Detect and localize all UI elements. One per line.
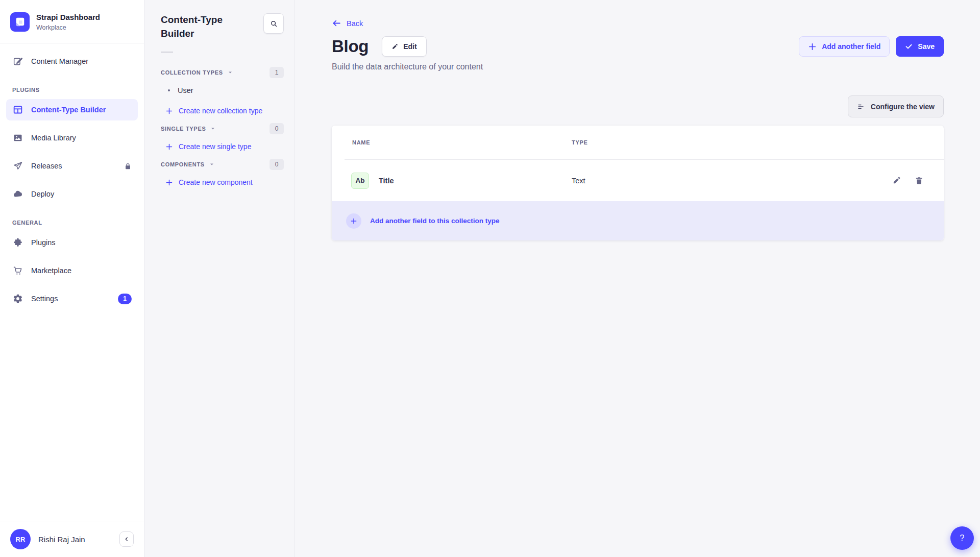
section-single-types: SINGLE TYPES 0 bbox=[161, 121, 284, 136]
sidebar-item-media-library[interactable]: Media Library bbox=[6, 127, 138, 149]
sidebar-item-label: Releases bbox=[31, 162, 62, 170]
help-button[interactable]: ? bbox=[950, 526, 974, 550]
feather-pen-icon bbox=[12, 56, 23, 67]
app-title: Strapi Dashboard bbox=[36, 13, 100, 22]
column-header-type: TYPE bbox=[572, 139, 923, 146]
plus-icon bbox=[808, 42, 817, 51]
sidebar-item-label: Marketplace bbox=[31, 267, 71, 275]
plus-circle-icon bbox=[346, 213, 361, 229]
plus-icon bbox=[165, 107, 173, 115]
workspace-name: Workplace bbox=[36, 24, 100, 31]
pencil-icon bbox=[391, 43, 398, 50]
sidebar-item-content-type-builder[interactable]: Content-Type Builder bbox=[6, 99, 138, 120]
section-label: COMPONENTS bbox=[161, 161, 205, 167]
main-content: Back Blog Edit Add another field bbox=[295, 0, 980, 557]
main-sidebar: Strapi Dashboard Workplace Content Manag… bbox=[0, 0, 144, 557]
edit-button[interactable]: Edit bbox=[382, 36, 426, 57]
section-label: SINGLE TYPES bbox=[161, 126, 206, 132]
workspace-brand[interactable]: Strapi Dashboard Workplace bbox=[0, 0, 144, 43]
add-field-to-collection-row[interactable]: Add another field to this collection typ… bbox=[332, 201, 944, 240]
collapse-sidebar-button[interactable] bbox=[119, 531, 134, 547]
strapi-logo-icon bbox=[10, 12, 30, 32]
sidebar-item-label: Media Library bbox=[31, 134, 76, 142]
add-another-field-button[interactable]: Add another field bbox=[799, 36, 890, 57]
section-label: COLLECTION TYPES bbox=[161, 69, 223, 76]
add-field-to-collection-label: Add another field to this collection typ… bbox=[370, 217, 500, 225]
create-new-component-link[interactable]: Create new component bbox=[161, 172, 284, 192]
paper-plane-icon bbox=[12, 160, 23, 172]
subnav-header: Content-Type Builder bbox=[161, 13, 284, 40]
field-type-cell: Text bbox=[572, 177, 892, 185]
pencil-icon bbox=[892, 176, 901, 185]
page-subtitle: Build the data architecture of your cont… bbox=[332, 62, 944, 71]
sidebar-nav: Content Manager PLUGINS Content-Type Bui… bbox=[0, 43, 144, 316]
configure-the-view-button[interactable]: Configure the view bbox=[848, 95, 944, 117]
trash-icon bbox=[915, 176, 923, 185]
row-actions bbox=[892, 176, 923, 185]
avatar[interactable]: RR bbox=[10, 529, 31, 549]
sidebar-item-label: Settings bbox=[31, 295, 58, 303]
table-header-row: NAME TYPE bbox=[332, 126, 944, 159]
page-header-row: Blog Edit Add another field Save bbox=[332, 36, 944, 57]
subnav-title: Content-Type Builder bbox=[161, 13, 242, 40]
text-field-type-icon: Ab bbox=[351, 173, 369, 189]
column-header-name: NAME bbox=[352, 139, 572, 146]
workspace-brand-text: Strapi Dashboard Workplace bbox=[36, 13, 100, 31]
cloud-icon bbox=[12, 188, 23, 200]
settings-notification-badge: 1 bbox=[118, 294, 132, 304]
gear-icon bbox=[12, 293, 23, 304]
edit-field-button[interactable] bbox=[892, 176, 901, 185]
collection-type-label: User bbox=[178, 86, 193, 94]
sidebar-item-label: Plugins bbox=[31, 238, 56, 247]
sidebar-item-content-manager[interactable]: Content Manager bbox=[6, 51, 138, 72]
sidebar-item-label: Deploy bbox=[31, 190, 54, 198]
section-components: COMPONENTS 0 bbox=[161, 157, 284, 172]
sidebar-item-releases[interactable]: Releases bbox=[6, 155, 138, 177]
arrow-left-icon bbox=[332, 18, 341, 28]
sidebar-user-footer: RR Rishi Raj Jain bbox=[0, 521, 144, 557]
chevron-down-icon[interactable] bbox=[210, 126, 215, 131]
create-link-label: Create new single type bbox=[179, 142, 251, 151]
layout-grid-icon bbox=[12, 104, 23, 115]
layout-bars-icon bbox=[857, 103, 865, 110]
sidebar-item-plugins[interactable]: Plugins bbox=[6, 232, 138, 253]
field-name: Title bbox=[379, 177, 394, 185]
content-type-builder-subnav: Content-Type Builder COLLECTION TYPES 1 … bbox=[144, 0, 295, 557]
sidebar-item-settings[interactable]: Settings 1 bbox=[6, 288, 138, 309]
sidebar-item-marketplace[interactable]: Marketplace bbox=[6, 260, 138, 281]
fields-table-card: NAME TYPE Ab Title Text bbox=[332, 126, 944, 240]
sidebar-item-deploy[interactable]: Deploy bbox=[6, 183, 138, 205]
collection-type-item-user[interactable]: User bbox=[161, 80, 284, 101]
back-label: Back bbox=[347, 19, 363, 28]
chevron-down-icon[interactable] bbox=[228, 70, 233, 75]
create-new-single-type-link[interactable]: Create new single type bbox=[161, 136, 284, 157]
table-row: Ab Title Text bbox=[332, 160, 944, 201]
puzzle-icon bbox=[12, 237, 23, 248]
search-icon bbox=[270, 20, 278, 28]
save-button-label: Save bbox=[918, 42, 935, 51]
back-link[interactable]: Back bbox=[332, 18, 363, 28]
section-count-badge: 0 bbox=[270, 159, 284, 170]
lock-icon bbox=[124, 162, 132, 170]
chevron-left-icon bbox=[124, 536, 130, 542]
section-count-badge: 0 bbox=[270, 123, 284, 134]
section-count-badge: 1 bbox=[270, 67, 284, 78]
user-name: Rishi Raj Jain bbox=[38, 535, 85, 544]
edit-button-label: Edit bbox=[403, 42, 416, 51]
image-icon bbox=[12, 132, 23, 143]
check-icon bbox=[905, 43, 913, 51]
create-new-collection-type-link[interactable]: Create new collection type bbox=[161, 101, 284, 121]
chevron-down-icon[interactable] bbox=[209, 162, 214, 167]
sidebar-item-label: Content-Type Builder bbox=[31, 106, 106, 114]
save-button[interactable]: Save bbox=[896, 36, 944, 57]
field-name-cell: Ab Title bbox=[351, 173, 572, 189]
sidebar-heading-plugins: PLUGINS bbox=[6, 79, 138, 99]
sidebar-heading-general: GENERAL bbox=[6, 211, 138, 232]
header-actions: Add another field Save bbox=[799, 36, 944, 57]
search-button[interactable] bbox=[263, 13, 284, 34]
configure-row: Configure the view bbox=[332, 95, 944, 117]
bullet-dot-icon bbox=[168, 89, 170, 91]
section-collection-types: COLLECTION TYPES 1 bbox=[161, 65, 284, 80]
divider bbox=[161, 52, 173, 53]
delete-field-button[interactable] bbox=[915, 176, 923, 185]
